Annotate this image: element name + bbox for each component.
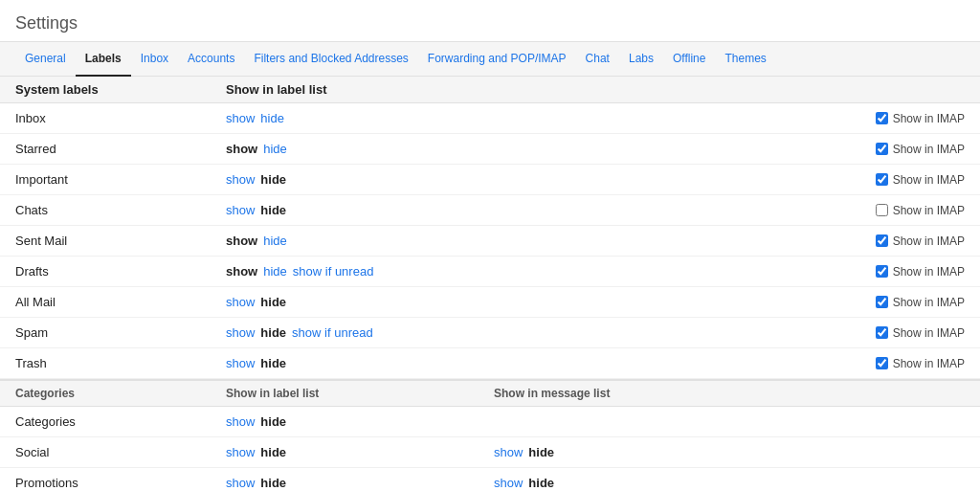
imap-col: Show in IMAP [812, 112, 965, 125]
imap-checkbox[interactable] [876, 173, 888, 186]
system-label-name: Sent Mail [15, 234, 226, 248]
category-label-controls: showhide [226, 445, 494, 459]
system-label-row: Sent MailshowhideShow in IMAP [0, 226, 980, 257]
hide-link[interactable]: hide [263, 234, 287, 248]
imap-checkbox[interactable] [876, 143, 888, 155]
category-name: Categories [15, 414, 226, 429]
show-link[interactable]: show [226, 203, 255, 217]
system-label-row: TrashshowhideShow in IMAP [0, 348, 980, 379]
tab-labs[interactable]: Labs [619, 42, 663, 76]
hide-link[interactable]: hide [263, 264, 287, 279]
categories-rows: CategoriesshowhideSocialshowhideshowhide… [0, 407, 980, 491]
imap-checkbox[interactable] [876, 296, 888, 308]
system-label-row: ImportantshowhideShow in IMAP [0, 165, 980, 195]
system-labels-rows: InboxshowhideShow in IMAPStarredshowhide… [0, 103, 980, 379]
imap-label: Show in IMAP [893, 204, 965, 217]
hide-link[interactable]: hide [260, 356, 286, 370]
system-label-controls: showhide [226, 203, 494, 217]
system-label-row: Draftsshowhideshow if unreadShow in IMAP [0, 257, 980, 287]
system-labels-title: System labels [15, 82, 226, 97]
system-label-controls: showhide [226, 295, 494, 309]
tab-filters[interactable]: Filters and Blocked Addresses [244, 42, 417, 76]
tab-labels[interactable]: Labels [76, 42, 131, 77]
tab-offline[interactable]: Offline [663, 42, 715, 76]
hide-link[interactable]: hide [263, 142, 287, 156]
system-label-controls: showhide [226, 356, 494, 370]
show-link[interactable]: show [226, 111, 255, 125]
imap-label: Show in IMAP [893, 357, 965, 370]
cat-msg-hide-link[interactable]: hide [528, 476, 554, 490]
imap-checkbox[interactable] [876, 234, 888, 247]
imap-checkbox[interactable] [876, 112, 888, 124]
show-if-unread-link[interactable]: show if unread [292, 325, 373, 340]
category-label-controls: showhide [226, 414, 494, 429]
category-message-controls: showhide [494, 445, 965, 459]
imap-checkbox[interactable] [876, 204, 888, 216]
cat-msg-show-link[interactable]: show [494, 445, 523, 459]
show-link[interactable]: show [226, 325, 255, 340]
imap-label: Show in IMAP [893, 173, 965, 187]
imap-col: Show in IMAP [812, 296, 965, 309]
hide-link[interactable]: hide [260, 203, 286, 217]
system-labels-empty-col [494, 82, 812, 97]
tab-themes[interactable]: Themes [715, 42, 775, 76]
hide-link[interactable]: hide [260, 172, 286, 187]
system-label-name: Starred [15, 142, 226, 156]
imap-checkbox[interactable] [876, 326, 888, 339]
show-if-unread-link[interactable]: show if unread [293, 264, 374, 279]
system-label-name: Drafts [15, 264, 226, 279]
show-link[interactable]: show [226, 295, 255, 309]
imap-col: Show in IMAP [812, 143, 965, 156]
system-label-row: All MailshowhideShow in IMAP [0, 287, 980, 318]
system-label-row: StarredshowhideShow in IMAP [0, 134, 980, 165]
system-label-controls: showhide [226, 111, 494, 125]
cat-show-link[interactable]: show [226, 445, 255, 459]
imap-col: Show in IMAP [812, 234, 965, 248]
show-link[interactable]: show [226, 264, 257, 279]
system-labels-imap-col [812, 82, 965, 97]
imap-checkbox[interactable] [876, 357, 888, 369]
cat-hide-link[interactable]: hide [260, 414, 286, 429]
category-name: Social [15, 445, 226, 459]
system-label-row: InboxshowhideShow in IMAP [0, 103, 980, 134]
tab-inbox[interactable]: Inbox [131, 42, 178, 76]
cat-hide-link[interactable]: hide [260, 445, 286, 459]
categories-message-col: Show in message list [494, 387, 965, 400]
imap-label: Show in IMAP [893, 296, 965, 309]
imap-label: Show in IMAP [893, 265, 965, 279]
imap-checkbox[interactable] [876, 265, 888, 278]
tab-accounts[interactable]: Accounts [178, 42, 244, 76]
category-row: Categoriesshowhide [0, 407, 980, 437]
categories-title: Categories [15, 387, 226, 400]
cat-show-link[interactable]: show [226, 414, 255, 429]
cat-msg-show-link[interactable]: show [494, 476, 523, 490]
hide-link[interactable]: hide [260, 325, 286, 340]
show-link[interactable]: show [226, 142, 257, 156]
imap-label: Show in IMAP [893, 112, 965, 125]
show-link[interactable]: show [226, 172, 255, 187]
system-label-controls: showhide [226, 234, 494, 248]
tab-forwarding[interactable]: Forwarding and POP/IMAP [418, 42, 576, 76]
page-title: Settings [0, 0, 980, 42]
category-label-controls: showhide [226, 476, 494, 490]
cat-show-link[interactable]: show [226, 476, 255, 490]
imap-label: Show in IMAP [893, 234, 965, 248]
system-label-row: ChatsshowhideShow in IMAP [0, 195, 980, 226]
cat-msg-hide-link[interactable]: hide [528, 445, 554, 459]
tab-general[interactable]: General [15, 42, 76, 76]
system-label-controls: showhide [226, 142, 494, 156]
show-link[interactable]: show [226, 356, 255, 370]
categories-section-header: Categories Show in label list Show in me… [0, 379, 980, 407]
imap-label: Show in IMAP [893, 326, 965, 340]
hide-link[interactable]: hide [260, 295, 286, 309]
system-labels-header: System labels Show in label list [0, 77, 980, 103]
hide-link[interactable]: hide [260, 111, 284, 125]
system-label-name: Inbox [15, 111, 226, 125]
tabs-bar: GeneralLabelsInboxAccountsFilters and Bl… [0, 42, 980, 77]
imap-col: Show in IMAP [812, 204, 965, 217]
tab-chat[interactable]: Chat [576, 42, 619, 76]
show-link[interactable]: show [226, 234, 257, 248]
system-label-controls: showhideshow if unread [226, 264, 494, 279]
cat-hide-link[interactable]: hide [260, 476, 286, 490]
categories-show-col: Show in label list [226, 387, 494, 400]
